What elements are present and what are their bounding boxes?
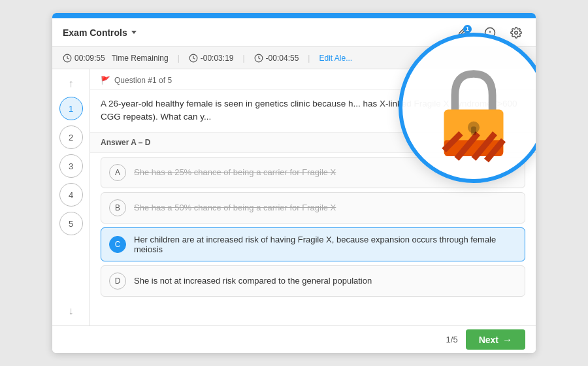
answer-header: Answer A – D [90, 133, 536, 153]
timer-row: 00:09:55 Time Remaining | -00:03:19 | -0… [52, 47, 536, 69]
answer-letter-a: A [109, 164, 126, 181]
info-icon [484, 27, 496, 39]
elapsed-timer-1: -00:03:19 [189, 54, 234, 63]
clock-icon-2 [189, 54, 198, 63]
question-nav-1[interactable]: 1 [59, 97, 83, 120]
answer-item-d[interactable]: D She is not at increased risk compared … [101, 265, 525, 297]
header: Exam Controls 1 [52, 18, 536, 47]
answer-item-c[interactable]: C Her children are at increased risk of … [101, 227, 525, 261]
elapsed1-value: -00:03:19 [201, 54, 234, 63]
top-bar [52, 13, 536, 18]
info-button[interactable] [481, 24, 499, 42]
answer-item-a[interactable]: A She has a 25% chance of being a carrie… [101, 157, 525, 188]
question-label-text: Question #1 of 5 [114, 76, 172, 85]
question-nav-2[interactable]: 2 [59, 125, 83, 149]
chevron-down-icon [131, 31, 137, 34]
answer-letter-b: B [109, 199, 126, 216]
sidebar-up-button[interactable]: ↑ [61, 75, 82, 93]
answers-list: A She has a 25% chance of being a carrie… [90, 153, 536, 326]
sidebar-down-button[interactable]: ↓ [61, 302, 82, 320]
footer: 1/5 Next → [52, 325, 536, 353]
question-panel: 🚩 Question #1 of 5 A 26-year-old healthy… [90, 69, 536, 325]
pipe3: | [308, 54, 310, 63]
answer-text-d: She is not at increased risk compared to… [134, 276, 372, 286]
time-remaining-label: Time Remaining [112, 54, 169, 63]
elapsed2-value: -00:04:55 [266, 54, 299, 63]
flag-icon: 🚩 [101, 76, 110, 85]
attachment-badge: 1 [463, 25, 472, 33]
attachment-button[interactable]: 1 [455, 24, 473, 42]
main-time-value: 00:09:55 [74, 54, 105, 63]
next-arrow-icon: → [502, 334, 512, 345]
svg-point-3 [515, 31, 518, 34]
answer-text-c: Her children are at increased risk of ha… [134, 235, 517, 254]
page-total: 5 [453, 335, 457, 344]
exam-controls-button[interactable]: Exam Controls [63, 27, 137, 38]
question-nav-5[interactable]: 5 [59, 212, 83, 235]
answer-letter-d: D [109, 273, 126, 290]
clock-icon [63, 54, 72, 63]
next-button[interactable]: Next → [466, 329, 525, 350]
page-indicator: 1/5 [446, 335, 458, 344]
question-sidebar: ↑ 1 2 3 4 5 ↓ [52, 69, 90, 325]
question-text: A 26-year-old healthy female is seen in … [90, 90, 536, 133]
answer-item-b[interactable]: B She has a 50% chance of being a carrie… [101, 192, 525, 224]
answer-text-a: She has a 25% chance of being a carrier … [134, 167, 336, 177]
main-timer: 00:09:55 [63, 54, 105, 63]
question-label: 🚩 Question #1 of 5 [101, 76, 525, 85]
question-nav-3[interactable]: 3 [59, 154, 83, 178]
exam-controls-label: Exam Controls [63, 27, 127, 38]
answer-text-b: She has a 50% chance of being a carrier … [134, 203, 336, 212]
question-header: 🚩 Question #1 of 5 [90, 69, 536, 90]
question-nav-4[interactable]: 4 [59, 183, 83, 207]
edit-alert-button[interactable]: Edit Ale... [319, 54, 352, 63]
clock-icon-3 [254, 54, 263, 63]
answer-letter-c: C [109, 236, 126, 253]
page-current: 1 [446, 335, 451, 344]
elapsed-timer-2: -00:04:55 [254, 54, 299, 63]
pipe2: | [242, 54, 244, 63]
settings-button[interactable] [507, 24, 525, 42]
app-container: Exam Controls 1 [52, 13, 536, 353]
next-label: Next [479, 335, 498, 345]
main-content: ↑ 1 2 3 4 5 ↓ 🚩 Question #1 of 5 A 26-ye… [52, 69, 536, 325]
pipe1: | [178, 54, 180, 63]
gear-icon [510, 27, 522, 39]
